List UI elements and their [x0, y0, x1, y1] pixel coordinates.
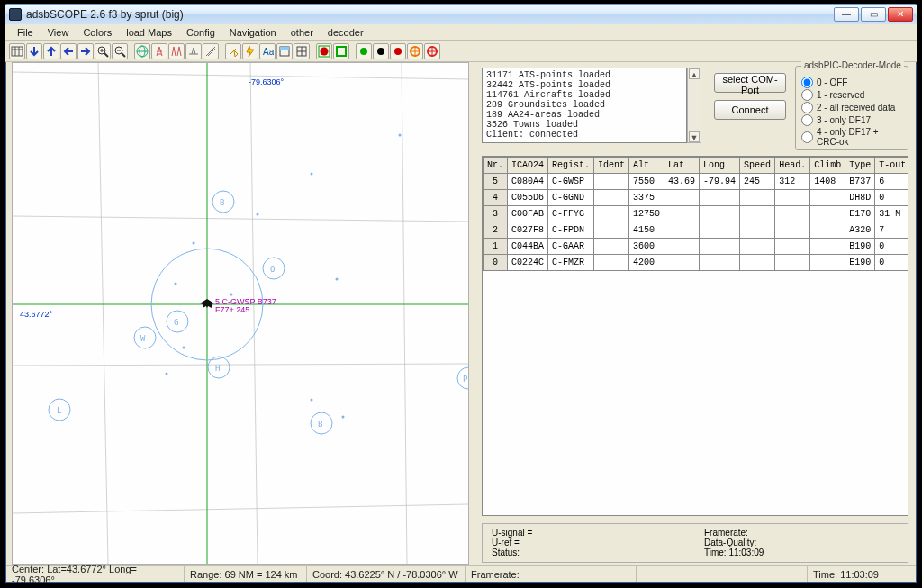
scroll-up-icon[interactable]: ▲ — [689, 68, 700, 79]
dot-green-icon[interactable] — [356, 43, 372, 59]
select-com-port-button[interactable]: select COM-Port — [714, 73, 786, 93]
close-button[interactable]: ✕ — [888, 7, 913, 22]
menu-file[interactable]: File — [11, 26, 40, 39]
window-icon[interactable] — [276, 43, 293, 59]
table-row[interactable]: 3C00FABC-FFYG12750E17031 M — [484, 206, 909, 222]
grid-icon[interactable] — [294, 43, 310, 59]
zoom-out-icon[interactable] — [112, 43, 128, 59]
calendar-icon[interactable] — [9, 43, 25, 59]
status-blank — [637, 566, 808, 582]
window-title: adsbSCOPE 2.6 f3 by sprut (big) — [26, 8, 834, 21]
waypoint-label: P — [463, 375, 468, 384]
radar-scope[interactable]: B O G W H P L B -79.6306° 43.6772° 5 C-G… — [12, 62, 469, 565]
table-row[interactable]: 1C044BAC-GAAR3600B1900 — [484, 239, 909, 255]
target-orange-icon[interactable] — [407, 43, 423, 59]
menu-colors[interactable]: Colors — [77, 26, 118, 39]
svg-point-55 — [230, 294, 233, 296]
app-window: adsbSCOPE 2.6 f3 by sprut (big) — ▭ ✕ Fi… — [5, 4, 917, 583]
col-long[interactable]: Long — [700, 158, 740, 174]
airport-icon[interactable] — [185, 43, 202, 59]
decoder-option-4[interactable]: 4 - only DF17 + CRC-ok — [801, 127, 902, 147]
status-label: Status: — [492, 547, 686, 557]
broom-icon[interactable] — [225, 43, 241, 59]
runway-icon[interactable] — [203, 43, 219, 59]
table-row[interactable]: 2C027F8C-FPDN4150A3207 — [484, 222, 909, 239]
decoder-legend: adsbPIC-Decoder-Mode — [801, 60, 904, 70]
text-icon[interactable]: Aa — [259, 43, 276, 59]
info-panel: U-signal = U-ref = Status: Framerate: Da… — [482, 523, 908, 563]
down-arrow-blue-icon[interactable] — [26, 43, 42, 59]
globe-icon[interactable] — [134, 43, 150, 59]
svg-line-37 — [250, 63, 258, 564]
table-row[interactable]: 4C055D6C-GGND3375DH8D0 — [484, 190, 909, 206]
zoom-in-icon[interactable] — [95, 43, 111, 59]
svg-point-54 — [175, 283, 177, 285]
lightning-icon[interactable] — [242, 43, 258, 59]
menu-view[interactable]: View — [41, 26, 76, 39]
aircraft-table[interactable]: Nr.ICAO24Regist.IdentAltLatLongSpeedHead… — [482, 156, 908, 516]
minimize-button[interactable]: — — [834, 7, 859, 22]
decoder-mode-group: adsbPIC-Decoder-Mode 0 - OFF1 - reserved… — [795, 66, 908, 150]
waypoint-label: H — [215, 364, 220, 373]
table-row[interactable]: 0C0224CC-FMZR4200E1900 — [484, 255, 909, 271]
col-lat[interactable]: Lat — [664, 158, 700, 174]
waypoint-label: O — [270, 265, 275, 274]
log-textbox[interactable]: 31171 ATS-points loaded 32442 ATS-points… — [482, 68, 687, 143]
menu-other[interactable]: other — [285, 26, 320, 39]
col-regist[interactable]: Regist. — [548, 158, 594, 174]
decoder-option-1[interactable]: 1 - reserved — [801, 89, 902, 101]
decoder-option-2[interactable]: 2 - all received data — [801, 102, 902, 113]
toolbar: Aa — [5, 41, 917, 62]
u-signal-label: U-signal = — [492, 528, 686, 538]
col-icao24[interactable]: ICAO24 — [508, 158, 548, 174]
connect-button[interactable]: Connect — [714, 100, 786, 120]
target-red-icon[interactable] — [424, 43, 440, 59]
lon-label: -79.6306° — [249, 77, 285, 86]
framerate-label: Framerate: — [704, 528, 899, 538]
svg-rect-0 — [12, 47, 23, 56]
decoder-option-3[interactable]: 3 - only DF17 — [801, 114, 902, 126]
dot-black-icon[interactable] — [373, 43, 389, 59]
tower-icon[interactable] — [151, 43, 167, 59]
maximize-button[interactable]: ▭ — [861, 7, 886, 22]
col-head[interactable]: Head. — [775, 158, 810, 174]
col-alt[interactable]: Alt — [629, 158, 664, 174]
menu-decoder[interactable]: decoder — [321, 26, 370, 39]
towers-icon[interactable] — [168, 43, 185, 59]
svg-point-24 — [377, 48, 384, 55]
svg-line-5 — [104, 53, 108, 57]
menu-config[interactable]: Config — [180, 26, 221, 39]
col-ident[interactable]: Ident — [594, 158, 629, 174]
client-area: B O G W H P L B -79.6306° 43.6772° 5 C-G… — [6, 62, 916, 565]
svg-point-52 — [257, 213, 259, 216]
log-scrollbar[interactable]: ▲ ▼ — [687, 68, 701, 143]
col-type[interactable]: Type — [845, 158, 875, 174]
status-framerate: Framerate: — [466, 566, 637, 582]
record-frame-icon[interactable] — [333, 43, 349, 59]
dot-red-icon[interactable] — [390, 43, 406, 59]
svg-line-36 — [98, 63, 108, 564]
decoder-option-0[interactable]: 0 - OFF — [801, 77, 902, 88]
menu-navigation[interactable]: Navigation — [223, 26, 283, 39]
left-arrow-blue-icon[interactable] — [60, 43, 77, 59]
statusbar: Center: Lat=43.6772° Long= -79.6306° Ran… — [6, 565, 916, 582]
right-arrow-blue-icon[interactable] — [77, 43, 94, 59]
scroll-down-icon[interactable]: ▼ — [689, 131, 700, 142]
svg-rect-22 — [337, 47, 346, 56]
col-climb[interactable]: Climb — [810, 158, 845, 174]
status-center: Center: Lat=43.6772° Long= -79.6306° — [6, 566, 185, 582]
svg-point-56 — [336, 278, 339, 281]
svg-line-35 — [13, 504, 468, 513]
menu-load-maps[interactable]: load Maps — [120, 26, 178, 39]
col-nr[interactable]: Nr. — [484, 158, 508, 174]
svg-point-60 — [166, 373, 168, 375]
titlebar[interactable]: adsbSCOPE 2.6 f3 by sprut (big) — ▭ ✕ — [5, 5, 917, 24]
col-tout[interactable]: T-out — [875, 158, 908, 174]
col-speed[interactable]: Speed — [740, 158, 775, 174]
svg-point-25 — [394, 48, 402, 55]
record-green-icon[interactable] — [316, 43, 332, 59]
u-ref-label: U-ref = — [492, 538, 686, 547]
data-quality-label: Data-Quality: — [704, 538, 899, 547]
table-row[interactable]: 5C080A4C-GWSP755043.69-79.942453121408B7… — [484, 174, 909, 190]
up-arrow-blue-icon[interactable] — [43, 43, 59, 59]
